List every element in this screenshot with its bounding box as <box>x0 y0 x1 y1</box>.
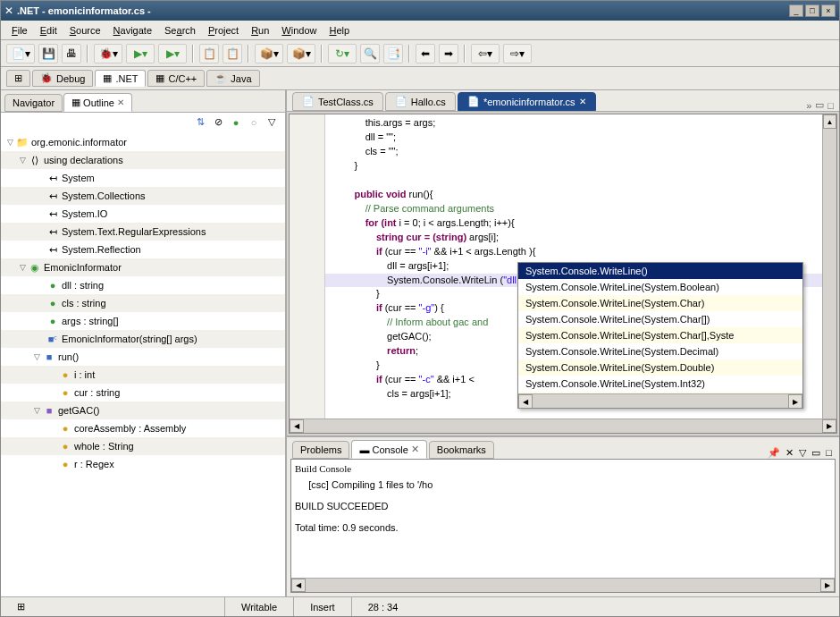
tree-row[interactable]: ↤System.IO <box>1 205 285 223</box>
show-list-icon[interactable]: » <box>806 100 811 111</box>
editor-hscroll[interactable]: ◀▶ <box>290 418 836 433</box>
autocomplete-item[interactable]: System.Console.WriteLine(System.Char[]) <box>518 311 802 327</box>
new-pkg-button[interactable]: 📦▾ <box>287 44 315 63</box>
save-button[interactable]: 💾 <box>38 44 58 63</box>
prev-edit-button[interactable]: ⬅ <box>416 44 435 63</box>
clear-icon[interactable]: ✕ <box>785 447 794 459</box>
view-menu-icon[interactable]: ▽ <box>265 116 278 129</box>
tree-row[interactable]: ■ᶜEmonicInformator(string[] args) <box>1 330 285 348</box>
maximize-button[interactable]: □ <box>805 4 819 17</box>
new-class-button[interactable]: 📦▾ <box>255 44 283 63</box>
separator <box>408 45 410 63</box>
menu-navigate[interactable]: Navigate <box>108 23 157 38</box>
left-tabs: Navigator ▦ Outline ✕ <box>1 90 285 112</box>
tree-row[interactable]: ↤System.Reflection <box>1 241 285 258</box>
refresh-button[interactable]: ↻▾ <box>328 44 357 63</box>
autocomplete-item[interactable]: System.Console.WriteLine(System.Decimal) <box>518 343 802 359</box>
next-edit-button[interactable]: ➡ <box>439 44 458 63</box>
console-view[interactable]: Build Console [csc] Compiling 1 files to… <box>290 459 836 593</box>
autocomplete-item[interactable]: System.Console.WriteLine(System.Boolean) <box>518 279 802 295</box>
pin-icon[interactable]: 📌 <box>768 447 780 459</box>
tab-outline[interactable]: ▦ Outline ✕ <box>63 93 132 112</box>
bookmark-button[interactable]: 📑 <box>383 44 403 63</box>
tab-problems[interactable]: Problems <box>292 441 349 459</box>
editor-tab-emonic[interactable]: 📄 *emonicinformator.cs ✕ <box>458 92 596 111</box>
perspective-cpp[interactable]: ▦ C/C++ <box>147 70 205 87</box>
tab-console[interactable]: ▬ Console ✕ <box>351 440 426 459</box>
tree-row[interactable]: ▽■getGAC() <box>1 401 285 419</box>
filter-public-icon[interactable]: ● <box>230 116 242 129</box>
autocomplete-item[interactable]: System.Console.WriteLine(System.Double) <box>518 359 802 376</box>
sort-icon[interactable]: ⇅ <box>194 116 206 129</box>
minimize-button[interactable]: _ <box>789 4 803 17</box>
editor-tab-hallo[interactable]: 📄 Hallo.cs <box>385 92 456 111</box>
editor-tab-testclass[interactable]: 📄 TestClass.cs <box>292 92 383 111</box>
menu-run[interactable]: Run <box>246 23 274 38</box>
tree-row[interactable]: ▽■run() <box>1 348 285 366</box>
tab-bookmarks[interactable]: Bookmarks <box>429 441 494 459</box>
menu-search[interactable]: Search <box>159 23 201 38</box>
print-button[interactable]: 🖶 <box>62 44 81 63</box>
tree-row[interactable]: ↤System.Collections <box>1 187 285 205</box>
close-button[interactable]: × <box>821 4 836 17</box>
menu-window[interactable]: Window <box>276 23 322 38</box>
menu-source[interactable]: Source <box>64 23 106 38</box>
status-insert: Insert <box>293 597 351 616</box>
close-icon[interactable]: ✕ <box>411 444 419 455</box>
tree-row[interactable]: ▽⟨⟩using declarations <box>1 151 285 169</box>
menu-file[interactable]: File <box>6 23 33 38</box>
tree-row[interactable]: ●cls : string <box>1 294 285 312</box>
close-icon[interactable]: ✕ <box>579 97 586 106</box>
window-title: .NET - emonicinformator.cs - <box>17 5 787 16</box>
code-editor[interactable]: ▲▼ this.args = args; dll = ""; cls = "";… <box>289 114 837 434</box>
tree-row[interactable]: ●cur : string <box>1 384 285 401</box>
tree-row[interactable]: ●r : Regex <box>1 455 285 473</box>
maximize-icon[interactable]: □ <box>826 447 832 459</box>
vertical-scrollbar[interactable]: ▲▼ <box>822 114 836 433</box>
view-menu-icon[interactable]: ▽ <box>799 447 806 459</box>
editor-tabs: 📄 TestClass.cs 📄 Hallo.cs 📄 *emonicinfor… <box>287 90 839 112</box>
tree-row[interactable]: ●dll : string <box>1 276 285 294</box>
outline-tree: ▽📁org.emonic.informator ▽⟨⟩using declara… <box>1 131 285 596</box>
editor-gutter <box>290 114 325 433</box>
tab-navigator[interactable]: Navigator <box>4 94 63 112</box>
minimize-icon[interactable]: □ <box>827 100 834 111</box>
open-perspective-button[interactable]: ⊞ <box>6 70 30 87</box>
menu-help[interactable]: Help <box>324 23 356 38</box>
autocomplete-item[interactable]: System.Console.WriteLine(System.Char[],S… <box>518 327 802 343</box>
build-button[interactable]: 📋 <box>199 44 219 63</box>
hide-fields-icon[interactable]: ⊘ <box>212 116 224 129</box>
back-button[interactable]: ⇦▾ <box>471 44 500 63</box>
maximize-icon[interactable]: ▭ <box>815 99 824 111</box>
new-button[interactable]: 📄▾ <box>6 44 35 63</box>
console-hscroll[interactable]: ◀▶ <box>291 578 835 592</box>
filter-local-icon[interactable]: ○ <box>248 116 260 129</box>
tree-row[interactable]: ↤System.Text.RegularExpressions <box>1 223 285 241</box>
autocomplete-scrollbar[interactable]: ◀▶ <box>518 393 802 408</box>
menu-edit[interactable]: Edit <box>35 23 63 38</box>
run-button[interactable]: ▶▾ <box>126 44 155 63</box>
perspective-bar: ⊞ 🐞 Debug ▦ .NET ▦ C/C++ ☕ Java <box>1 67 839 90</box>
tree-row[interactable]: ●i : int <box>1 366 285 384</box>
tree-row[interactable]: ▽📁org.emonic.informator <box>1 133 285 151</box>
menu-project[interactable]: Project <box>203 23 244 38</box>
autocomplete-item[interactable]: System.Console.WriteLine(System.Char) <box>518 295 802 311</box>
debug-button[interactable]: 🐞▾ <box>94 44 122 63</box>
perspective-java[interactable]: ☕ Java <box>206 70 259 87</box>
autocomplete-item[interactable]: System.Console.WriteLine(System.Int32) <box>518 376 802 392</box>
perspective-debug[interactable]: 🐞 Debug <box>32 70 93 87</box>
close-icon[interactable]: ✕ <box>117 97 124 107</box>
tree-row[interactable]: ▽◉EmonicInformator <box>1 258 285 276</box>
perspective-net[interactable]: ▦ .NET <box>95 70 146 87</box>
tree-row[interactable]: ●whole : String <box>1 437 285 455</box>
forward-button[interactable]: ⇨▾ <box>503 44 532 63</box>
tree-row[interactable]: ●args : string[] <box>1 312 285 330</box>
console-title: Build Console <box>295 463 831 479</box>
run-ext-button[interactable]: ▶▾ <box>158 44 187 63</box>
tree-row[interactable]: ●coreAssembly : Assembly <box>1 419 285 437</box>
search-button[interactable]: 🔍 <box>360 44 380 63</box>
autocomplete-item[interactable]: System.Console.WriteLine() <box>518 263 802 279</box>
minimize-icon[interactable]: ▭ <box>811 447 820 459</box>
build2-button[interactable]: 📋 <box>223 44 242 63</box>
tree-row[interactable]: ↤System <box>1 169 285 187</box>
